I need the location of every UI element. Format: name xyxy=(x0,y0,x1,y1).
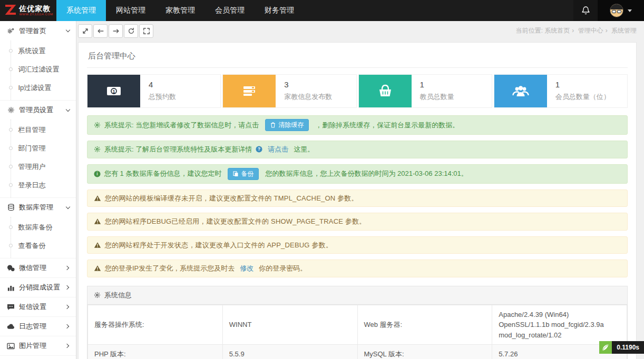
nav-tab-member[interactable]: 会员管理 xyxy=(205,0,255,21)
cogs-icon xyxy=(7,27,15,35)
alert-tmpl-cache: 您的网站的模板编译缓存未开启，建议更改配置文件的 TMPL_CACHE_ON 参… xyxy=(87,190,628,207)
arrow-left-icon xyxy=(97,27,104,35)
breadcrumb-link-home[interactable]: 系统首页 xyxy=(544,27,570,34)
chevron-right-icon xyxy=(65,324,69,328)
bullet-icon xyxy=(9,244,13,247)
sidebar-children: 系统设置 词汇过滤设置 Ip过滤设置 xyxy=(11,41,76,100)
system-info-title: 系统信息 xyxy=(104,291,132,300)
warning-icon xyxy=(94,218,101,225)
sidebar-group-home[interactable]: 管理首页 xyxy=(0,21,76,41)
brand-logo-icon xyxy=(3,4,17,17)
bullet-icon xyxy=(9,225,13,229)
toolbar: 当前位置: 系统首页› 管理中心› 系统管理 xyxy=(78,21,637,39)
sidebar-item-word-filter[interactable]: 词汇过滤设置 xyxy=(11,60,76,78)
arrow-right-icon xyxy=(112,27,120,35)
chevron-right-icon xyxy=(65,305,69,309)
sidebar-group-commission[interactable]: 分销提成设置 xyxy=(0,277,76,297)
sidebar-item-view-backup[interactable]: 查看备份 xyxy=(11,236,76,255)
svg-text:1: 1 xyxy=(112,89,115,94)
system-info-section: 系统信息 服务器操作系统: WINNT Web 服务器: Apache/2.4.… xyxy=(87,286,628,359)
avatar xyxy=(610,4,623,17)
sidebar-item-system-settings[interactable]: 系统设置 xyxy=(11,42,76,60)
chevron-right-icon xyxy=(65,285,69,290)
bullet-icon xyxy=(9,128,13,132)
info-circle-icon: i xyxy=(94,171,101,177)
stat-label: 教员总数量 xyxy=(420,92,454,102)
refresh-icon xyxy=(128,27,135,35)
alert-dev-mode: 您的网站程序处于开发状态，建议更改单入口文件的 APP_DEBUG 参数。 xyxy=(87,236,628,254)
collapse-sidebar-button[interactable] xyxy=(78,24,92,38)
sidebar-item-ip-filter[interactable]: Ip过滤设置 xyxy=(11,78,76,97)
version-details-link[interactable]: 请点击 xyxy=(268,144,288,155)
stat-value: 3 xyxy=(284,80,332,89)
stat-card-members[interactable]: 1 会员总数量（位） xyxy=(494,74,628,108)
money-icon: 1 xyxy=(106,85,122,97)
alerts: 系统提示: 当您新增或者修改了数据信息时，请点击 清除缓存 ，删除掉系统缓存，保… xyxy=(87,115,628,277)
chevron-down-icon xyxy=(66,204,70,208)
nav-tab-finance[interactable]: 财务管理 xyxy=(255,0,304,21)
sidebar-item-admin-users[interactable]: 管理用户 xyxy=(11,157,76,176)
sms-icon xyxy=(7,304,15,311)
brand-subtitle: WWW.ZYJJ114.COM xyxy=(19,13,53,16)
users-icon xyxy=(512,85,529,97)
stat-card-bookings[interactable]: 1 4 总预约数 xyxy=(87,74,221,108)
navbar-spacer xyxy=(304,0,573,21)
forward-button[interactable] xyxy=(109,24,123,38)
backup-button[interactable]: 备份 xyxy=(228,168,259,180)
sidebar-group-sms[interactable]: 短信设置 xyxy=(0,297,76,316)
system-info-header: 系统信息 xyxy=(87,286,627,305)
exec-time-badge[interactable]: 0.1190s xyxy=(599,341,644,354)
page-title: 后台管理中心 xyxy=(87,50,628,68)
bullet-icon xyxy=(9,183,13,187)
svg-text:?: ? xyxy=(258,147,260,152)
system-info-table: 服务器操作系统: WINNT Web 服务器: Apache/2.4.39 (W… xyxy=(87,305,627,359)
chevron-down-icon xyxy=(66,28,70,32)
stat-value: 4 xyxy=(149,80,176,89)
table-row: 服务器操作系统: WINNT Web 服务器: Apache/2.4.39 (W… xyxy=(88,305,627,345)
sidebar-group-label: 日志管理 xyxy=(19,322,61,331)
notifications-button[interactable] xyxy=(573,0,598,21)
clear-cache-button[interactable]: 清除缓存 xyxy=(265,119,309,131)
nav-tab-website[interactable]: 网站管理 xyxy=(106,0,155,21)
sidebar-children: 栏目管理 部门管理 管理用户 登录日志 xyxy=(11,119,76,197)
sidebar-group-wechat[interactable]: 微信管理 xyxy=(0,258,76,277)
fullscreen-button[interactable] xyxy=(139,24,153,38)
user-menu[interactable] xyxy=(598,0,644,21)
admin-dashboard: { "navbar": { "brand": { "title": "佐优家教"… xyxy=(0,0,644,359)
bullet-icon xyxy=(9,49,13,53)
brand-logo[interactable]: 佐优家教 WWW.ZYJJ114.COM xyxy=(0,0,56,21)
refresh-button[interactable] xyxy=(124,24,138,38)
alert-debug-enabled: 您的网站程序DEBUG已经启用，建议更改配置文件的 SHOW_PAGE_TRAC… xyxy=(87,213,628,231)
sidebar-group-label: 管理员设置 xyxy=(19,105,62,115)
nav-tab-system[interactable]: 系统管理 xyxy=(56,0,106,21)
sidebar-group-database[interactable]: 数据库管理 xyxy=(0,197,76,217)
nav-tab-tutor[interactable]: 家教管理 xyxy=(155,0,205,21)
stat-card-tutor-posts[interactable]: 3 家教信息发布数 xyxy=(222,74,356,108)
question-circle-icon: ? xyxy=(256,146,262,153)
sidebar-group-images[interactable]: 图片管理 xyxy=(0,336,76,355)
copy-icon xyxy=(233,171,238,177)
sidebar-group-visit-stats[interactable]: 访问统计 xyxy=(0,355,76,359)
sidebar-item-column-mgmt[interactable]: 栏目管理 xyxy=(11,121,76,139)
bullet-icon xyxy=(9,86,13,89)
chevron-right-icon xyxy=(65,344,69,348)
sidebar-group-label: 管理首页 xyxy=(19,26,62,36)
sidebar-group-logs[interactable]: 日志管理 xyxy=(0,316,76,336)
sidebar-item-login-log[interactable]: 登录日志 xyxy=(11,176,76,194)
alert-clear-cache: 系统提示: 当您新增或者修改了数据信息时，请点击 清除缓存 ，删除掉系统缓存，保… xyxy=(87,115,628,135)
gear-icon xyxy=(94,292,101,298)
bell-icon xyxy=(581,6,590,15)
change-password-link[interactable]: 修改 xyxy=(240,263,253,274)
breadcrumb-link-center[interactable]: 管理中心 xyxy=(578,27,603,34)
stat-card-teachers[interactable]: 1 教员总数量 xyxy=(358,74,492,108)
sidebar-item-dept-mgmt[interactable]: 部门管理 xyxy=(11,139,76,157)
breadcrumb-link-current[interactable]: 系统管理 xyxy=(611,27,637,34)
sidebar-group-label: 微信管理 xyxy=(19,263,61,273)
back-button[interactable] xyxy=(93,24,108,38)
thinkphp-leaf-icon xyxy=(599,341,612,354)
sidebar: 管理首页 系统设置 词汇过滤设置 Ip过滤设置 管理员设置 栏目管理 部门管理 … xyxy=(0,21,76,359)
warning-icon xyxy=(94,195,101,202)
bar-chart-icon xyxy=(7,284,15,291)
sidebar-item-db-backup[interactable]: 数据库备份 xyxy=(11,218,76,236)
sidebar-group-admin-settings[interactable]: 管理员设置 xyxy=(0,100,76,119)
